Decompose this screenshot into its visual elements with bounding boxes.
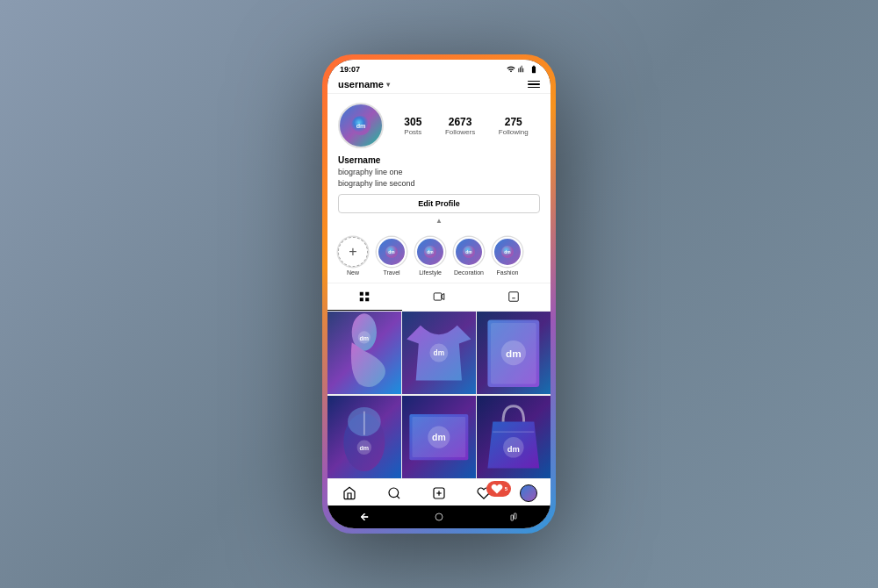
android-home[interactable] [432, 510, 446, 524]
grid-icon [358, 290, 371, 303]
svg-text:dm: dm [432, 433, 446, 442]
highlight-fashion-label: Fashion [497, 269, 519, 276]
svg-text:dm: dm [465, 250, 472, 255]
status-bar: 19:07 [327, 60, 551, 75]
recents-icon [508, 512, 519, 522]
highlight-travel[interactable]: dm Travel [377, 237, 407, 276]
highlight-new-label: New [347, 269, 359, 276]
svg-rect-11 [508, 292, 518, 302]
svg-text:dm: dm [388, 250, 395, 255]
nav-profile[interactable] [506, 484, 551, 502]
bottom-nav: 5 [327, 478, 551, 506]
svg-text:dm: dm [434, 348, 445, 357]
svg-text:dm: dm [506, 348, 522, 359]
mouse-product: dm [327, 396, 401, 478]
highlight-fashion-circle: dm [493, 237, 522, 267]
collapse-arrow-icon[interactable]: ▲ [338, 217, 540, 225]
highlight-lifestyle-circle: dm [415, 237, 445, 267]
screen: 19:07 username ▾ [327, 60, 551, 528]
back-icon [359, 512, 370, 522]
tab-video[interactable] [402, 283, 477, 311]
followers-count: 2673 [449, 116, 472, 128]
android-nav [327, 506, 551, 528]
svg-point-33 [389, 488, 399, 498]
highlight-lifestyle[interactable]: dm Lifestyle [415, 237, 445, 276]
stat-posts: 305 Posts [404, 116, 421, 136]
booklet-product: dm [402, 396, 476, 478]
svg-text:dm: dm [507, 443, 520, 453]
svg-text:dm: dm [427, 250, 434, 255]
edit-profile-button[interactable]: Edit Profile [338, 194, 540, 213]
phone-inner: 19:07 username ▾ [327, 60, 551, 528]
grid-cell-5[interactable]: dm [402, 396, 476, 478]
android-recents[interactable] [507, 510, 521, 524]
following-label: Following [499, 128, 529, 136]
avatar-logo: dm [351, 116, 371, 135]
grid-cell-2[interactable]: dm [402, 312, 476, 394]
grid-cell-1[interactable]: dm [327, 312, 401, 394]
stat-following: 275 Following [499, 116, 529, 136]
tab-tagged[interactable] [476, 283, 551, 311]
svg-rect-40 [514, 513, 516, 519]
highlights-section: + New [327, 230, 551, 283]
svg-text:dm: dm [504, 250, 511, 255]
highlight-travel-circle: dm [377, 237, 407, 267]
status-time: 19:07 [340, 65, 360, 74]
posts-count: 305 [404, 116, 421, 128]
highlight-new[interactable]: + New [338, 237, 368, 276]
signal-icon [518, 65, 527, 74]
phone-mockup: 19:07 username ▾ [325, 57, 553, 531]
video-icon [433, 290, 445, 303]
nav-add[interactable] [417, 484, 462, 502]
android-back[interactable] [357, 510, 371, 524]
dropdown-arrow-icon: ▾ [386, 81, 390, 89]
tshirt-product: dm [402, 312, 476, 394]
highlight-decoration-circle: dm [454, 237, 484, 267]
highlight-lifestyle-avatar: dm [424, 246, 436, 258]
tab-grid[interactable] [327, 283, 402, 311]
heart-badge-icon [490, 482, 504, 496]
app-header: username ▾ [327, 75, 551, 94]
bag-product: dm [477, 396, 551, 478]
username-text: username [338, 79, 384, 90]
android-home-icon [434, 512, 444, 522]
svg-point-38 [435, 513, 443, 520]
highlight-fashion[interactable]: dm Fashion [493, 237, 522, 276]
bio-line2: biography line second [338, 179, 415, 188]
profile-top: dm 305 Posts 2673 Followers 27 [338, 103, 540, 148]
highlight-plus-icon: + [349, 245, 356, 259]
nav-home[interactable] [327, 484, 372, 502]
grid-tabs [327, 283, 551, 312]
sock-product: dm [327, 312, 401, 394]
svg-rect-39 [511, 515, 514, 520]
stat-followers: 2673 Followers [445, 116, 475, 136]
svg-text:dm: dm [356, 123, 366, 130]
stats-container: 305 Posts 2673 Followers 275 Following [392, 116, 540, 136]
highlight-travel-avatar: dm [385, 246, 398, 258]
grid-cell-3[interactable]: dm [477, 312, 551, 394]
profile-name: Username [338, 155, 540, 165]
highlight-decoration-label: Decoration [454, 269, 484, 276]
notebook-product: dm [477, 312, 551, 394]
highlight-decoration[interactable]: dm Decoration [454, 237, 484, 276]
tagged-icon [507, 290, 520, 303]
grid-cell-6[interactable]: dm [477, 396, 551, 478]
posts-label: Posts [404, 128, 421, 136]
bio-line1: biography line one [338, 168, 403, 176]
home-icon [342, 486, 356, 500]
highlight-decoration-avatar: dm [463, 246, 475, 258]
nav-heart[interactable]: 5 [461, 484, 506, 502]
battery-icon [529, 65, 538, 74]
username-dropdown[interactable]: username ▾ [338, 79, 390, 90]
highlight-lifestyle-label: Lifestyle [419, 269, 442, 276]
highlight-fashion-avatar: dm [501, 246, 514, 258]
nav-search[interactable] [372, 484, 417, 502]
svg-text:dm: dm [360, 335, 370, 341]
status-icons [507, 65, 538, 74]
nav-profile-avatar [520, 484, 537, 502]
highlight-travel-label: Travel [383, 269, 399, 276]
following-count: 275 [505, 116, 522, 128]
menu-button[interactable] [528, 81, 540, 89]
grid-cell-4[interactable]: dm [327, 396, 401, 478]
avatar[interactable]: dm [338, 103, 384, 148]
